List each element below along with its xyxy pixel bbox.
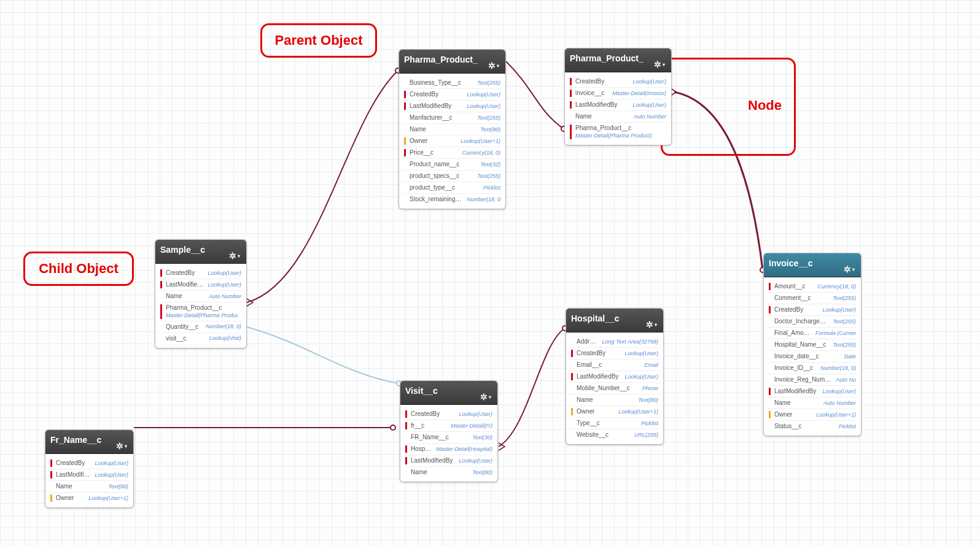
entity-header[interactable]: Sample__c ✲▾ [155, 240, 246, 264]
field-type: Lookup(User) [822, 307, 856, 313]
field-row[interactable]: LastModifiedByLookup(User) [570, 371, 659, 383]
entity-header[interactable]: Hospital__c ✲▾ [566, 309, 663, 333]
field-row[interactable]: Price__cCurrency(18, 0) [403, 147, 502, 159]
field-row[interactable]: Comment__cText(255) [768, 293, 857, 304]
field-row[interactable]: fr__cMaster-Detail(Fr) [404, 420, 494, 432]
field-row[interactable]: product_type__cPicklist [403, 182, 502, 194]
field-name: invoice__c [575, 90, 609, 97]
field-row[interactable]: NameText(80) [404, 467, 494, 478]
gear-menu[interactable]: ✲▾ [480, 392, 491, 402]
field-row[interactable]: CreatedByLookup(User) [404, 409, 494, 420]
field-name: Mobile_Number__c [577, 385, 639, 392]
field-flag-bar [571, 350, 573, 357]
gear-menu[interactable]: ✲▾ [116, 441, 127, 451]
field-name: Name [410, 126, 476, 133]
field-row[interactable]: CreatedByLookup(User) [49, 458, 130, 469]
field-row[interactable]: Doctor_Incharge__cText(255) [768, 316, 857, 328]
entity-header[interactable]: Fr_Name__c ✲▾ [45, 430, 133, 454]
field-row[interactable]: Invoice_Reg_Number__cAuto Nu [768, 374, 857, 386]
gear-menu[interactable]: ✲▾ [844, 264, 855, 274]
field-row[interactable]: Pharma_Product__cMaster-Detail(Pharma Pr… [569, 123, 667, 141]
field-row[interactable]: CreatedByLookup(User) [403, 89, 502, 101]
entity-title: Invoice__c [769, 258, 813, 268]
field-row[interactable]: NameText(80) [403, 124, 502, 136]
gear-icon: ✲ [654, 60, 661, 69]
callout-node: Node [661, 58, 796, 156]
field-row[interactable]: LastModifiedByLookup(User) [404, 455, 494, 467]
field-row[interactable]: NameText(80) [49, 481, 130, 493]
field-type: Lookup(User) [467, 103, 500, 110]
svg-point-5 [391, 425, 395, 430]
field-row[interactable]: Manfacturer__cText(255) [403, 112, 502, 124]
field-row[interactable]: NameAuto Number [159, 291, 243, 302]
entity-hospital[interactable]: Hospital__c ✲▾ Address__cLong Text Area(… [566, 308, 664, 445]
field-row[interactable]: LastModifiedByLookup(User) [403, 101, 502, 112]
field-row[interactable]: CreatedByLookup(User) [159, 267, 243, 279]
field-type: Lookup(User+1) [816, 412, 856, 418]
field-row[interactable]: Hospital_Name__cText(255) [768, 339, 857, 351]
field-flag-bar [571, 373, 573, 380]
field-row[interactable]: LastModifiedByLookup(User) [768, 386, 857, 398]
field-row[interactable]: Email__cEmail [570, 360, 659, 371]
field-row[interactable]: Status__cPicklist [768, 421, 857, 432]
field-flag-bar [769, 283, 771, 290]
field-row[interactable]: LastModifiedByLookup(User) [569, 99, 667, 111]
entity-invoice[interactable]: Invoice__c ✲▾ Amount__cCurrency(18, 0)Co… [763, 253, 861, 436]
field-type: Master-Detail(Invoice) [612, 90, 666, 97]
field-row[interactable]: NameText(80) [570, 394, 659, 406]
field-row[interactable]: Product_name__cText(32) [403, 159, 502, 171]
entity-pharma-product-2[interactable]: Pharma_Product_ ✲▾ CreatedByLookup(User)… [564, 48, 672, 145]
entity-visit[interactable]: Visit__c ✲▾ CreatedByLookup(User)fr__cMa… [400, 380, 498, 482]
field-flag-bar [405, 445, 407, 453]
field-row[interactable]: OwnerLookup(User+1) [570, 406, 659, 418]
field-row[interactable]: Hospital__cMaster-Detail(Hospital) [404, 444, 494, 455]
field-row[interactable]: Type__cPicklist [570, 418, 659, 429]
field-type: Currency(18, 0) [462, 150, 500, 156]
gear-menu[interactable]: ✲▾ [646, 320, 657, 329]
field-row[interactable]: CreatedByLookup(User) [569, 76, 667, 88]
field-row[interactable]: Invoice_ID__cNumber(18, 0) [768, 363, 857, 374]
field-row[interactable]: OwnerLookup(User+1) [49, 493, 130, 504]
field-row[interactable]: Business_Type__cText(255) [403, 77, 502, 89]
entity-sample[interactable]: Sample__c ✲▾ CreatedByLookup(User)LastMo… [155, 239, 247, 348]
gear-icon: ✲ [844, 264, 851, 274]
field-row[interactable]: NameAuto Number [569, 111, 667, 123]
field-type: Text(255) [477, 115, 500, 121]
field-row[interactable]: Amount__cCurrency(18, 0) [768, 281, 857, 293]
entity-fr-name[interactable]: Fr_Name__c ✲▾ CreatedByLookup(User)LastM… [45, 429, 134, 508]
field-row[interactable]: Mobile_Number__cPhone [570, 383, 659, 394]
entity-header[interactable]: Pharma_Product_ ✲▾ [565, 48, 671, 72]
field-row[interactable]: CreatedByLookup(User) [768, 304, 857, 316]
field-row[interactable]: Website__cURL(255) [570, 429, 659, 440]
field-type: Long Text Area(32768) [602, 339, 658, 345]
entity-title: Visit__c [405, 386, 438, 396]
entity-header[interactable]: Visit__c ✲▾ [400, 381, 497, 405]
field-row[interactable]: FR_Name__cText(30) [404, 432, 494, 444]
gear-menu[interactable]: ✲▾ [229, 251, 240, 261]
gear-menu[interactable]: ✲▾ [488, 61, 499, 71]
field-row[interactable]: Final_Amount__cFormula (Curren [768, 328, 857, 339]
gear-menu[interactable]: ✲▾ [654, 60, 665, 69]
field-row[interactable]: NameAuto Number [768, 398, 857, 409]
field-row[interactable]: OwnerLookup(User+1) [403, 136, 502, 147]
field-row[interactable]: invoice__cMaster-Detail(Invoice) [569, 88, 667, 99]
field-flag-bar [160, 323, 162, 331]
field-row[interactable]: OwnerLookup(User+1) [768, 409, 857, 421]
field-row[interactable]: product_specs__cText(255) [403, 171, 502, 182]
entity-pharma-product-1[interactable]: Pharma_Product_ ✲▾ Business_Type__cText(… [399, 49, 506, 209]
entity-header[interactable]: Pharma_Product_ ✲▾ [399, 50, 505, 74]
field-row[interactable]: Invoice_date__cDate [768, 351, 857, 363]
field-row[interactable]: Stock_remaining__cNumber(18, 0 [403, 194, 502, 205]
gear-icon: ✲ [646, 320, 653, 329]
entity-fields: Address__cLong Text Area(32768)CreatedBy… [566, 333, 663, 444]
field-row[interactable]: Quantity__cNumber(18, 0) [159, 321, 243, 333]
field-row[interactable]: visit__cLookup(Visit) [159, 333, 243, 344]
field-row[interactable]: LastModifiedByLookup(User) [49, 469, 130, 481]
field-row[interactable]: LastModifiedByLookup(User) [159, 279, 243, 291]
field-row[interactable]: Address__cLong Text Area(32768) [570, 336, 659, 348]
callout-label: Node [748, 98, 782, 113]
field-row[interactable]: CreatedByLookup(User) [570, 348, 659, 360]
field-flag-bar [50, 483, 52, 490]
field-row[interactable]: Pharma_Product__cMaster-Detail(Pharma Pr… [159, 302, 243, 321]
entity-header[interactable]: Invoice__c ✲▾ [764, 253, 861, 277]
